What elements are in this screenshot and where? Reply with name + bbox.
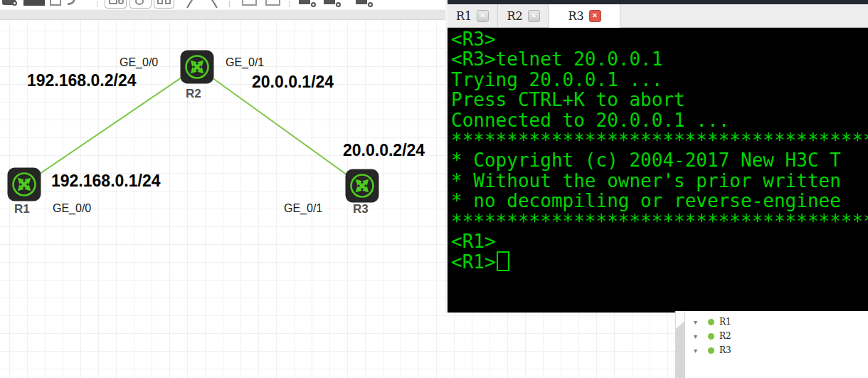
divider xyxy=(289,1,290,7)
chevron-down-icon[interactable]: ▾ xyxy=(694,332,702,340)
slant-left-icon[interactable] xyxy=(186,0,194,8)
interface-label: GE_0/1 xyxy=(226,56,264,69)
terminal-line: <R1> xyxy=(451,251,496,273)
interface-label: GE_0/0 xyxy=(53,202,91,215)
terminal-line: ****************************************… xyxy=(451,211,868,231)
frame-icon[interactable] xyxy=(50,0,61,6)
status-dot-icon xyxy=(708,333,714,340)
device-tree-item-r1[interactable]: ▾ R1 xyxy=(685,315,868,329)
scrollbar-thumb[interactable] xyxy=(676,311,684,330)
terminal-line: <R3>telnet 20.0.0.1 xyxy=(451,49,868,69)
zoom-badge-icon-3 xyxy=(368,2,373,7)
canvas-header-strip xyxy=(0,9,446,20)
router-node-r3[interactable] xyxy=(345,169,379,203)
terminal-line: Trying 20.0.0.1 ... xyxy=(451,70,868,90)
zoom-badge-icon-3[interactable] xyxy=(356,0,367,4)
router-node-r1[interactable] xyxy=(7,167,41,201)
split-view-glyph xyxy=(157,0,163,4)
status-dot-icon xyxy=(708,319,714,325)
terminal-line: <R1> xyxy=(451,231,868,251)
zoom-badge-icon-1 xyxy=(311,2,316,7)
device-tree-label: R1 xyxy=(719,317,731,327)
divider xyxy=(97,1,97,7)
router-icon xyxy=(7,167,41,201)
ip-label: 192.168.0.1/24 xyxy=(51,172,160,191)
console-window: R1 ✕ R2 ✕ R3 ✕ <R3> <R3>telnet 20.0.0.1 … xyxy=(445,0,868,313)
hook-icon[interactable] xyxy=(68,0,75,5)
terminal-cursor xyxy=(497,251,509,271)
console-tabbar: R1 ✕ R2 ✕ R3 ✕ xyxy=(448,4,868,28)
device-tree-panel: ▾ R1 ▾ R2 ▾ R3 xyxy=(685,311,868,378)
chevron-down-icon[interactable]: ▾ xyxy=(694,347,702,355)
router-node-r2[interactable] xyxy=(180,50,214,84)
terminal-line: * no decompiling or reverse-enginee xyxy=(451,191,868,211)
zoom-badge-icon-1[interactable] xyxy=(299,0,310,4)
slant-right-icon[interactable] xyxy=(211,0,218,8)
tab-label: R2 xyxy=(507,9,522,23)
toolbar xyxy=(0,0,446,9)
router-name-label: R3 xyxy=(353,202,369,216)
terminal-line: * Copyright (c) 2004-2017 New H3C T xyxy=(451,150,868,170)
frame-icon-2[interactable] xyxy=(242,0,257,6)
panel-scrollbar[interactable] xyxy=(675,311,685,378)
device-badge-icon xyxy=(12,1,17,6)
terminal-output[interactable]: <R3> <R3>telnet 20.0.0.1 Trying 20.0.0.1… xyxy=(448,28,868,313)
device-tree-item-r2[interactable]: ▾ R2 xyxy=(685,329,868,343)
tab-r2[interactable]: R2 ✕ xyxy=(498,4,549,27)
split-view-glyph xyxy=(165,0,171,4)
tab-label: R3 xyxy=(568,9,583,23)
ip-label: 20.0.0.1/24 xyxy=(252,73,334,92)
interface-label: GE_0/1 xyxy=(284,202,322,215)
hcl-simulator-window: GE_0/0 192.168.0.2/24 GE_0/1 20.0.0.1/24… xyxy=(0,0,868,378)
status-dot-icon xyxy=(708,347,714,354)
close-tab-icon[interactable]: ✕ xyxy=(589,10,601,22)
tab-label: R1 xyxy=(456,9,472,23)
terminal-line: * Without the owner's prior written xyxy=(451,171,868,191)
interface-label: GE_0/0 xyxy=(120,56,158,69)
dark-bar-icon[interactable] xyxy=(23,0,45,6)
capture-button-glyph xyxy=(109,0,117,4)
close-tab-icon[interactable]: ✕ xyxy=(528,10,540,22)
ip-label: 192.168.0.2/24 xyxy=(27,71,136,90)
ip-label: 20.0.0.2/24 xyxy=(343,141,425,160)
divider xyxy=(229,1,230,7)
terminal-line: <R3> xyxy=(451,29,868,49)
close-tab-icon[interactable]: ✕ xyxy=(477,10,489,22)
zoom-badge-icon-2[interactable] xyxy=(324,0,335,4)
terminal-prompt-line: <R1> xyxy=(451,251,868,272)
router-icon xyxy=(345,169,379,203)
router-icon xyxy=(180,50,214,84)
device-tree-label: R3 xyxy=(719,345,731,355)
device-tree-item-r3[interactable]: ▾ R3 xyxy=(685,343,868,357)
terminal-line: Press CTRL+K to abort xyxy=(451,90,868,110)
terminal-line: ****************************************… xyxy=(451,130,868,150)
chevron-down-icon[interactable]: ▾ xyxy=(694,318,702,326)
terminal-line: Connected to 20.0.0.1 ... xyxy=(451,110,868,130)
tab-r1[interactable]: R1 ✕ xyxy=(448,4,498,27)
zoom-badge-icon-2 xyxy=(336,2,341,7)
tab-r3[interactable]: R3 ✕ xyxy=(549,4,620,28)
frame-icon-3[interactable] xyxy=(265,0,280,6)
router-name-label: R1 xyxy=(14,202,30,216)
router-name-label: R2 xyxy=(186,87,201,101)
device-tree-label: R2 xyxy=(719,331,731,341)
